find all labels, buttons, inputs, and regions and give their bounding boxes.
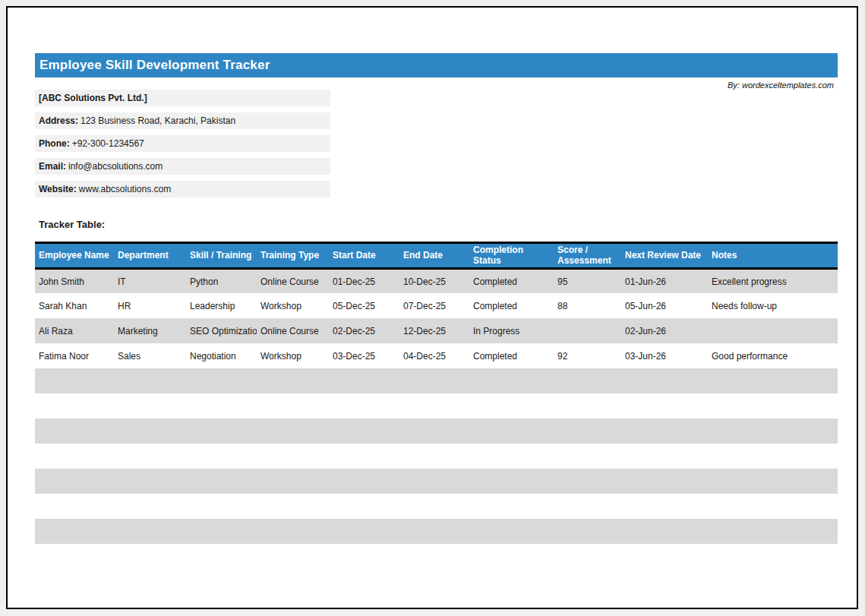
table-cell xyxy=(329,519,399,544)
table-cell xyxy=(329,469,399,494)
table-row-empty xyxy=(35,393,838,419)
table-cell: Python xyxy=(186,268,257,293)
table-cell xyxy=(35,469,114,494)
table-cell xyxy=(469,393,554,419)
table-cell xyxy=(469,469,554,494)
company-info-block: [ABC Solutions Pvt. Ltd.] Address:123 Bu… xyxy=(35,90,330,204)
table-cell xyxy=(257,444,329,469)
column-header: Employee Name xyxy=(35,243,114,269)
table-cell: Marketing xyxy=(114,318,186,343)
table-row-empty xyxy=(35,419,838,444)
column-header: Next Review Date xyxy=(621,243,708,269)
phone-value: +92-300-1234567 xyxy=(72,138,144,149)
table-cell xyxy=(329,419,399,444)
table-cell xyxy=(186,519,257,544)
table-cell xyxy=(35,419,114,444)
table-cell: Ali Raza xyxy=(35,318,114,343)
table-cell xyxy=(329,393,399,419)
company-address-row: Address:123 Business Road, Karachi, Paki… xyxy=(35,112,330,129)
table-cell xyxy=(186,368,257,393)
table-cell: Workshop xyxy=(257,343,329,368)
column-header: Department xyxy=(114,243,186,269)
table-cell: Leadership xyxy=(186,293,257,318)
table-cell xyxy=(329,444,399,469)
table-cell: 02-Jun-26 xyxy=(621,318,708,343)
column-header: End Date xyxy=(399,243,469,269)
table-cell: 02-Dec-25 xyxy=(329,318,399,343)
table-cell xyxy=(257,469,329,494)
table-cell xyxy=(708,469,838,494)
page-title: Employee Skill Development Tracker xyxy=(35,58,270,73)
table-cell xyxy=(399,393,469,419)
table-cell xyxy=(554,393,621,419)
column-header: Notes xyxy=(708,243,838,269)
table-cell xyxy=(186,469,257,494)
table-cell xyxy=(554,419,621,444)
table-row-empty xyxy=(35,519,838,544)
table-cell xyxy=(114,469,186,494)
table-cell xyxy=(399,494,469,519)
table-cell xyxy=(708,318,838,343)
email-label: Email: xyxy=(39,161,66,172)
table-cell xyxy=(621,444,708,469)
table-cell xyxy=(554,368,621,393)
table-cell: Completed xyxy=(469,343,554,368)
table-cell xyxy=(35,494,114,519)
table-cell xyxy=(554,444,621,469)
table-row-empty xyxy=(35,368,838,393)
table-cell xyxy=(114,494,186,519)
website-label: Website: xyxy=(39,184,77,194)
table-cell xyxy=(621,368,708,393)
table-cell: 10-Dec-25 xyxy=(399,268,469,293)
table-cell xyxy=(257,419,329,444)
table-cell: Sales xyxy=(114,343,186,368)
table-cell xyxy=(186,419,257,444)
tracker-table-section-label: Tracker Table: xyxy=(39,219,105,230)
table-cell: HR xyxy=(114,293,186,318)
table-cell xyxy=(257,368,329,393)
table-row-empty xyxy=(35,469,838,494)
table-cell xyxy=(35,393,114,419)
table-row-empty xyxy=(35,494,838,519)
tracker-table: Employee NameDepartmentSkill / TrainingT… xyxy=(35,242,838,544)
table-cell: 03-Dec-25 xyxy=(329,343,399,368)
table-cell: Completed xyxy=(469,268,554,293)
table-cell xyxy=(399,419,469,444)
website-value: www.abcsolutions.com xyxy=(79,184,171,194)
table-cell xyxy=(621,469,708,494)
column-header: Score / Assessment xyxy=(554,243,621,269)
table-cell xyxy=(257,393,329,419)
table-cell xyxy=(469,519,554,544)
table-cell xyxy=(257,494,329,519)
table-cell: In Progress xyxy=(469,318,554,343)
table-cell xyxy=(329,368,399,393)
table-cell: SEO Optimization xyxy=(186,318,257,343)
table-cell xyxy=(554,519,621,544)
table-cell xyxy=(621,519,708,544)
table-cell xyxy=(554,469,621,494)
table-cell: 07-Dec-25 xyxy=(399,293,469,318)
table-row: Ali RazaMarketingSEO OptimizationOnline … xyxy=(35,318,838,343)
table-cell xyxy=(554,318,621,343)
company-email-row: Email:info@abcsolutions.com xyxy=(35,158,330,175)
table-cell: IT xyxy=(114,268,186,293)
table-cell: 12-Dec-25 xyxy=(399,318,469,343)
table-cell xyxy=(114,368,186,393)
table-cell: Needs follow-up xyxy=(708,293,838,318)
document-page: Employee Skill Development Tracker By: w… xyxy=(6,6,858,609)
table-cell xyxy=(469,494,554,519)
document-title-bar: Employee Skill Development Tracker xyxy=(35,53,838,77)
table-cell xyxy=(399,368,469,393)
table-cell xyxy=(708,494,838,519)
table-cell: 92 xyxy=(554,343,621,368)
table-cell xyxy=(469,368,554,393)
table-row-empty xyxy=(35,444,838,469)
table-cell xyxy=(708,444,838,469)
column-header: Start Date xyxy=(329,243,399,269)
table-cell: 01-Jun-26 xyxy=(621,268,708,293)
company-name-row: [ABC Solutions Pvt. Ltd.] xyxy=(35,90,330,106)
table-cell xyxy=(35,444,114,469)
table-cell: 88 xyxy=(554,293,621,318)
table-cell xyxy=(708,519,838,544)
table-cell xyxy=(708,368,838,393)
